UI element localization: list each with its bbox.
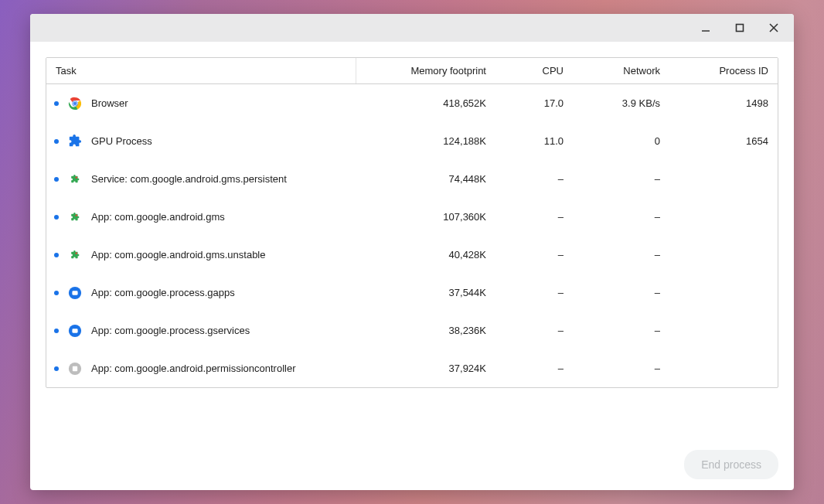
task-cell: App: com.google.android.gms [46, 198, 356, 236]
table-row[interactable]: Service: com.google.android.gms.persiste… [46, 160, 778, 198]
cpu-cell: 17.0 [495, 97, 573, 109]
svg-point-7 [73, 101, 77, 104]
status-dot-icon [54, 366, 59, 371]
svg-point-8 [76, 176, 77, 178]
memory-cell: 418,652K [356, 97, 495, 109]
app-icon [68, 97, 82, 111]
svg-rect-14 [72, 329, 77, 332]
task-name: GPU Process [91, 135, 152, 147]
table-row[interactable]: App: com.google.android.permissioncontro… [46, 349, 778, 387]
task-name: App: com.google.android.gms.unstable [91, 249, 265, 261]
status-dot-icon [54, 177, 59, 182]
app-icon [68, 362, 82, 376]
column-header-network-label: Network [623, 65, 660, 77]
app-icon [68, 135, 82, 148]
network-cell: 0 [573, 135, 669, 147]
pid-cell: 1654 [669, 135, 778, 147]
cpu-cell: – [495, 325, 573, 336]
network-cell: – [573, 363, 669, 374]
maximize-icon [735, 23, 744, 32]
svg-point-10 [76, 252, 77, 254]
content-area: Task Memory footprint CPU Network Proces… [30, 42, 794, 490]
table-row[interactable]: App: com.google.android.gms.unstable40,4… [46, 236, 778, 274]
task-name: App: com.google.process.gservices [91, 325, 250, 336]
close-button[interactable] [757, 15, 791, 40]
memory-cell: 37,544K [356, 287, 495, 298]
footer: End process [46, 434, 778, 479]
cpu-cell: – [495, 173, 573, 185]
table-row[interactable]: GPU Process124,188K11.001654 [46, 122, 778, 160]
table-row[interactable]: App: com.google.process.gservices38,236K… [46, 312, 778, 349]
status-dot-icon [54, 139, 59, 144]
memory-cell: 40,428K [356, 249, 495, 261]
end-process-label: End process [701, 458, 761, 471]
window-titlebar [30, 14, 794, 42]
column-header-pid-label: Process ID [719, 65, 768, 77]
pid-cell: 1498 [669, 97, 778, 109]
task-cell: App: com.google.android.gms.unstable [46, 236, 356, 274]
task-cell: App: com.google.process.gapps [46, 274, 356, 312]
cpu-cell: – [495, 363, 573, 374]
column-header-task-label: Task [56, 65, 77, 77]
status-dot-icon [54, 253, 59, 257]
task-cell: GPU Process [46, 122, 356, 160]
minimize-icon [700, 22, 711, 33]
maximize-button[interactable] [723, 15, 757, 40]
app-icon [68, 286, 82, 300]
table-row[interactable]: App: com.google.process.gapps37,544K–– [46, 274, 778, 312]
cpu-cell: – [495, 211, 573, 223]
column-header-memory[interactable]: Memory footprint [356, 65, 495, 77]
task-name: App: com.google.android.permissioncontro… [91, 363, 295, 374]
task-name: Browser [91, 97, 128, 109]
app-icon [68, 248, 82, 262]
cpu-cell: 11.0 [495, 135, 573, 147]
status-dot-icon [54, 291, 59, 295]
table-header: Task Memory footprint CPU Network Proces… [46, 58, 778, 84]
task-manager-window: Task Memory footprint CPU Network Proces… [30, 14, 794, 490]
column-header-task[interactable]: Task [46, 58, 356, 83]
task-name: App: com.google.android.gms [91, 211, 225, 223]
task-name: App: com.google.process.gapps [91, 287, 235, 298]
svg-rect-12 [72, 291, 77, 295]
close-icon [768, 22, 779, 33]
column-header-cpu-label: CPU [543, 65, 564, 77]
network-cell: – [573, 249, 669, 261]
memory-cell: 37,924K [356, 363, 495, 374]
network-cell: – [573, 173, 669, 185]
memory-cell: 107,360K [356, 211, 495, 223]
task-cell: App: com.google.android.permissioncontro… [46, 349, 356, 387]
cpu-cell: – [495, 287, 573, 298]
column-header-cpu[interactable]: CPU [495, 65, 573, 77]
task-cell: Browser [46, 84, 356, 122]
task-table: Task Memory footprint CPU Network Proces… [46, 57, 778, 388]
task-cell: App: com.google.process.gservices [46, 312, 356, 349]
network-cell: 3.9 KB/s [573, 97, 669, 109]
svg-rect-1 [737, 25, 744, 32]
app-icon [68, 172, 82, 186]
column-header-network[interactable]: Network [573, 65, 669, 77]
minimize-button[interactable] [689, 15, 723, 40]
task-name: Service: com.google.android.gms.persiste… [91, 173, 287, 185]
status-dot-icon [54, 215, 59, 220]
column-header-pid[interactable]: Process ID [669, 65, 778, 77]
end-process-button[interactable]: End process [684, 450, 778, 479]
task-cell: Service: com.google.android.gms.persiste… [46, 160, 356, 198]
network-cell: – [573, 287, 669, 298]
memory-cell: 74,448K [356, 173, 495, 185]
network-cell: – [573, 211, 669, 223]
memory-cell: 38,236K [356, 325, 495, 336]
cpu-cell: – [495, 249, 573, 261]
svg-rect-16 [73, 366, 77, 370]
status-dot-icon [54, 329, 59, 333]
column-header-memory-label: Memory footprint [410, 65, 486, 77]
status-dot-icon [54, 101, 59, 106]
table-body: Browser418,652K17.03.9 KB/s1498GPU Proce… [46, 84, 778, 387]
table-row[interactable]: Browser418,652K17.03.9 KB/s1498 [46, 84, 778, 122]
memory-cell: 124,188K [356, 135, 495, 147]
svg-point-9 [76, 214, 77, 216]
table-row[interactable]: App: com.google.android.gms107,360K–– [46, 198, 778, 236]
app-icon [68, 324, 82, 338]
app-icon [68, 210, 82, 224]
network-cell: – [573, 325, 669, 336]
